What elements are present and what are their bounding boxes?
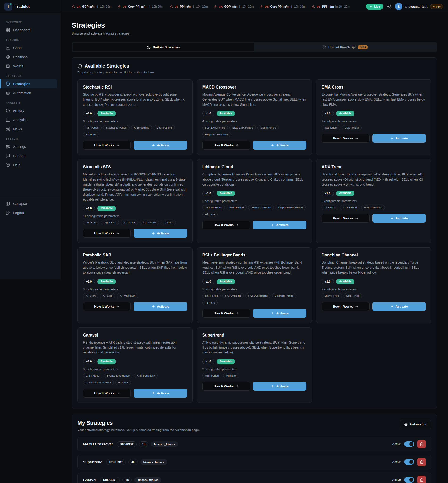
activate-button[interactable]: Activate bbox=[372, 302, 426, 311]
param-tag: Kijun Period bbox=[227, 205, 247, 210]
plus-icon bbox=[152, 144, 155, 147]
activate-button[interactable]: Activate bbox=[134, 141, 187, 150]
activate-button[interactable]: Activate bbox=[253, 221, 306, 229]
brain-icon bbox=[6, 81, 10, 86]
param-tag: RSI Period bbox=[202, 293, 221, 298]
how-it-works-label: How It Works bbox=[94, 231, 114, 235]
sidebar-item-help[interactable]: Help bbox=[0, 160, 61, 170]
params-count: 6 configurable parameters bbox=[83, 119, 187, 123]
event-country: CA bbox=[77, 5, 80, 8]
sidebar-item-news[interactable]: News bbox=[0, 124, 61, 134]
how-it-works-button[interactable]: How It Works bbox=[202, 141, 250, 150]
params-count: 2 configurable parameters bbox=[321, 119, 426, 123]
active-toggle[interactable] bbox=[404, 441, 414, 447]
sidebar-item-positions[interactable]: Positions bbox=[0, 52, 61, 62]
beta-badge: BETA bbox=[358, 45, 368, 49]
activate-button[interactable]: Activate bbox=[372, 134, 426, 143]
plus-icon bbox=[152, 391, 155, 395]
param-tag: RSI Oversold bbox=[222, 293, 244, 298]
version-badge: v1.0 bbox=[321, 111, 334, 116]
sidebar-item-chart[interactable]: Chart bbox=[0, 43, 61, 52]
warning-triangle-icon bbox=[170, 5, 173, 8]
pair-badge: SOL/USDT bbox=[100, 477, 120, 483]
sidebar-item-history[interactable]: History bbox=[0, 106, 61, 115]
how-it-works-button[interactable]: How It Works bbox=[321, 214, 369, 222]
params-count: 4 configurable parameters bbox=[202, 119, 307, 123]
crown-icon bbox=[432, 5, 435, 8]
activate-button[interactable]: Activate bbox=[134, 389, 187, 397]
sidebar-item-support[interactable]: Support bbox=[0, 151, 61, 160]
how-it-works-label: How It Works bbox=[214, 312, 234, 315]
event-item: US PPI m/m in 10h 29m bbox=[312, 5, 350, 8]
event-item: CA GDP m/m in 10h 29m bbox=[72, 5, 112, 8]
sidebar-item-wallet[interactable]: Wallet bbox=[0, 62, 61, 71]
params-count: 3 configurable parameters bbox=[321, 199, 426, 203]
strategy-description: Moving Average Convergence Divergence cr… bbox=[202, 92, 307, 107]
availability-badge: Available bbox=[97, 279, 116, 285]
activate-button[interactable]: Activate bbox=[253, 141, 306, 150]
exchange-badge: binance_futures bbox=[140, 459, 168, 465]
strategy-card: Donchian Channel Donchian Channel breako… bbox=[316, 247, 431, 323]
activate-button[interactable]: Activate bbox=[134, 229, 187, 238]
activate-label: Activate bbox=[157, 143, 169, 147]
param-tag: +1 more bbox=[202, 212, 218, 217]
strategy-title: ADX Trend bbox=[321, 165, 426, 170]
tab-built-in-strategies[interactable]: Built-in Strategies bbox=[72, 43, 254, 51]
user-menu[interactable]: S showcase-test Pro bbox=[395, 3, 443, 10]
activate-button[interactable]: Activate bbox=[253, 382, 306, 391]
how-it-works-button[interactable]: How It Works bbox=[202, 221, 250, 229]
how-it-works-button[interactable]: How It Works bbox=[321, 302, 369, 311]
how-it-works-button[interactable]: How It Works bbox=[202, 382, 250, 391]
how-it-works-button[interactable]: How It Works bbox=[321, 134, 369, 143]
active-toggle[interactable] bbox=[404, 477, 414, 483]
activate-button[interactable]: Activate bbox=[372, 214, 426, 222]
event-item: US Core PPI m/m in 10h 29m bbox=[260, 5, 305, 8]
status-label: Active bbox=[392, 460, 401, 464]
version-badge: v1.0 bbox=[202, 111, 214, 116]
plus-icon bbox=[390, 217, 394, 220]
collapse-sidebar-button[interactable]: Collapse bbox=[0, 199, 61, 208]
sidebar-item-automation[interactable]: Automation bbox=[0, 88, 61, 97]
active-toggle[interactable] bbox=[404, 459, 414, 465]
tab-upload-pinescript[interactable]: Upload PineScript BETA bbox=[254, 43, 436, 51]
sidebar-item-settings[interactable]: Settings bbox=[0, 142, 61, 151]
strategy-card: Stochastic RSI Stochastic RSI crossover … bbox=[78, 79, 193, 155]
history-clock-icon bbox=[6, 108, 10, 113]
delete-button[interactable] bbox=[417, 458, 426, 466]
strategy-description: Wilder's Parabolic Stop and Reverse stra… bbox=[83, 260, 187, 275]
logout-button[interactable]: Logout bbox=[0, 208, 61, 217]
how-it-works-button[interactable]: How It Works bbox=[83, 389, 131, 397]
arrow-right-icon bbox=[116, 391, 120, 395]
version-badge: v1.0 bbox=[202, 279, 214, 285]
sidebar-item-analytics[interactable]: Analytics bbox=[0, 115, 61, 124]
event-country: US bbox=[317, 5, 320, 8]
param-tag: ATR Period bbox=[140, 220, 159, 225]
availability-badge: Available bbox=[217, 190, 235, 196]
activate-button[interactable]: Activate bbox=[253, 309, 306, 318]
line-chart-icon bbox=[6, 46, 10, 50]
activate-label: Activate bbox=[157, 305, 169, 308]
activate-button[interactable]: Activate bbox=[134, 302, 187, 311]
trash-icon bbox=[420, 460, 424, 464]
strategy-badges: v1.0 Available bbox=[321, 111, 426, 116]
wifi-icon bbox=[369, 5, 372, 8]
how-it-works-button[interactable]: How It Works bbox=[202, 309, 250, 318]
toggle-knob bbox=[409, 460, 413, 464]
sidebar-item-strategies[interactable]: Strategies bbox=[0, 79, 57, 88]
toggle-knob bbox=[409, 442, 413, 446]
theme-toggle-button[interactable] bbox=[387, 4, 391, 9]
event-name: PPI m/m bbox=[180, 5, 192, 8]
version-badge: v1.0 bbox=[83, 206, 95, 211]
version-badge: v1.0 bbox=[321, 190, 334, 196]
event-country: US bbox=[175, 5, 178, 8]
robot-icon bbox=[6, 91, 10, 95]
sidebar-item-dashboard[interactable]: Dashboard bbox=[0, 25, 61, 35]
delete-button[interactable] bbox=[417, 440, 426, 448]
section-subtitle: Your activated strategy instances. Set u… bbox=[78, 428, 200, 432]
how-it-works-button[interactable]: How It Works bbox=[83, 141, 131, 150]
how-it-works-button[interactable]: How It Works bbox=[83, 302, 131, 311]
how-it-works-button[interactable]: How It Works bbox=[83, 229, 131, 238]
section-title: Available Strategies bbox=[85, 63, 129, 69]
automation-button[interactable]: Automation bbox=[400, 420, 431, 429]
delete-button[interactable] bbox=[417, 476, 426, 483]
